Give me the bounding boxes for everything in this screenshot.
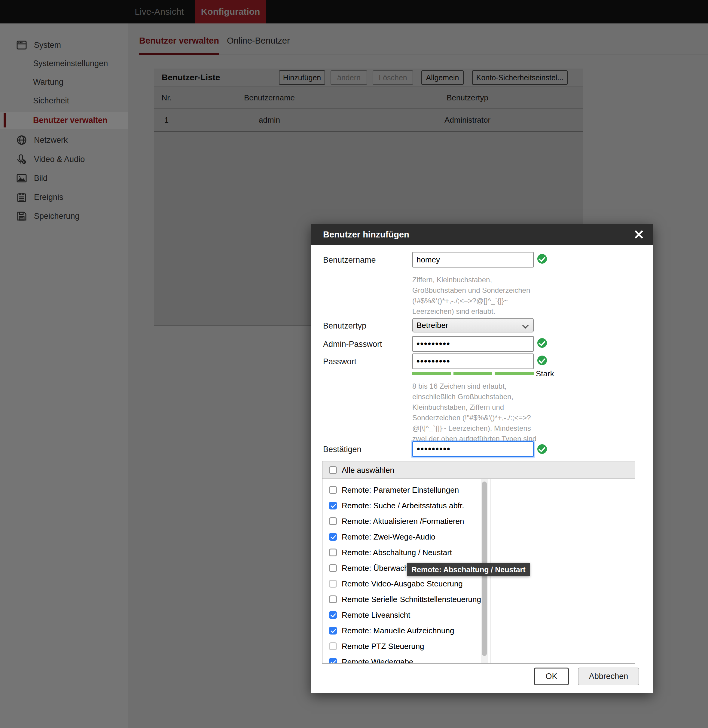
strength-label: Stark [536, 369, 554, 378]
dialog-title: Benutzer hinzufügen [323, 224, 409, 245]
confirm-password-input[interactable] [412, 441, 534, 457]
valid-check-icon [537, 338, 547, 348]
username-hint: Ziffern, Kleinbuchstaben, Großbuchstaben… [412, 275, 541, 317]
strength-bar-2 [453, 372, 492, 375]
permission-row[interactable]: Remote Liveansicht [322, 607, 480, 623]
permission-label: Remote Wiedergabe [342, 654, 413, 664]
cancel-button[interactable]: Abbrechen [578, 668, 639, 685]
permission-checkbox[interactable] [329, 596, 337, 603]
permission-checkbox[interactable] [329, 627, 337, 635]
usertype-label: Benutzertyp [323, 321, 366, 331]
strength-bar-1 [412, 372, 451, 375]
permission-label: Remote Video-Ausgabe Steuerung [342, 576, 463, 591]
permission-checkbox[interactable] [329, 611, 337, 619]
admin-password-input[interactable] [412, 336, 534, 352]
permission-label: Remote PTZ Steuerung [342, 638, 424, 654]
valid-check-icon [537, 254, 547, 264]
permission-label: Remote Serielle-Schnittstellensteuerung [342, 591, 481, 607]
ok-button[interactable]: OK [534, 668, 569, 685]
permission-row[interactable]: Remote PTZ Steuerung [322, 638, 480, 654]
permission-checkbox[interactable] [329, 580, 337, 588]
permission-tooltip: Remote: Abschaltung / Neustart [407, 563, 530, 576]
permission-label: Remote: Abschaltung / Neustart [342, 545, 452, 560]
permission-label: Remote: Aktualisieren /Formatieren [342, 513, 464, 529]
select-all-label: Alle auswählen [342, 461, 394, 479]
permission-label: Remote: Parameter Einstellungen [342, 482, 459, 498]
password-label: Passwort [323, 357, 356, 366]
permission-checkbox[interactable] [329, 642, 337, 650]
username-label: Benutzername [323, 256, 376, 265]
select-all-row[interactable]: Alle auswählen [322, 461, 635, 479]
permission-checkbox[interactable] [329, 517, 337, 525]
permission-row[interactable]: Remote Video-Ausgabe Steuerung [322, 576, 480, 591]
permission-row[interactable]: Remote: Parameter Einstellungen [322, 482, 480, 498]
add-user-dialog: Benutzer hinzufügen Benutzername Ziffern… [311, 224, 653, 693]
permission-row[interactable]: Remote Wiedergabe [322, 654, 480, 664]
permission-row[interactable]: Remote Serielle-Schnittstellensteuerung [322, 591, 480, 607]
permission-row[interactable]: Remote: Aktualisieren /Formatieren [322, 513, 480, 529]
chevron-down-icon [522, 322, 529, 328]
password-input[interactable] [412, 353, 534, 369]
app-screen: Live-Ansicht Konfiguration System System… [0, 0, 708, 728]
valid-check-icon [537, 356, 547, 365]
permission-checkbox[interactable] [329, 533, 337, 541]
select-all-checkbox[interactable] [329, 466, 337, 474]
valid-check-icon [537, 444, 547, 454]
confirm-password-label: Bestätigen [323, 445, 361, 454]
permission-label: Remote: Manuelle Aufzeichnung [342, 623, 454, 638]
permission-label: Remote: Zwei-Wege-Audio [342, 529, 435, 545]
username-input[interactable] [412, 252, 534, 267]
permission-checkbox[interactable] [329, 564, 337, 572]
permission-checkbox[interactable] [329, 549, 337, 557]
strength-bar-3 [495, 372, 534, 375]
permission-checkbox[interactable] [329, 486, 337, 494]
permission-checkbox[interactable] [329, 502, 337, 510]
permission-row[interactable]: Remote: Abschaltung / Neustart [322, 545, 480, 560]
permission-checkbox[interactable] [329, 658, 337, 664]
dialog-titlebar: Benutzer hinzufügen [311, 224, 653, 245]
usertype-selected-value: Betreiber [416, 321, 448, 330]
permission-label: Remote: Suche / Arbeitsstatus abfr. [342, 498, 464, 513]
close-icon[interactable] [634, 229, 644, 240]
permission-row[interactable]: Remote: Suche / Arbeitsstatus abfr. [322, 498, 480, 513]
permission-row[interactable]: Remote: Zwei-Wege-Audio [322, 529, 480, 545]
usertype-select[interactable]: Betreiber [412, 318, 534, 333]
admin-password-label: Admin-Passwort [323, 340, 382, 349]
permissions-panel: Alle auswählen Remote: Parameter Einstel… [322, 461, 635, 664]
permission-label: Remote Liveansicht [342, 607, 410, 623]
permission-row[interactable]: Remote: Manuelle Aufzeichnung [322, 623, 480, 638]
